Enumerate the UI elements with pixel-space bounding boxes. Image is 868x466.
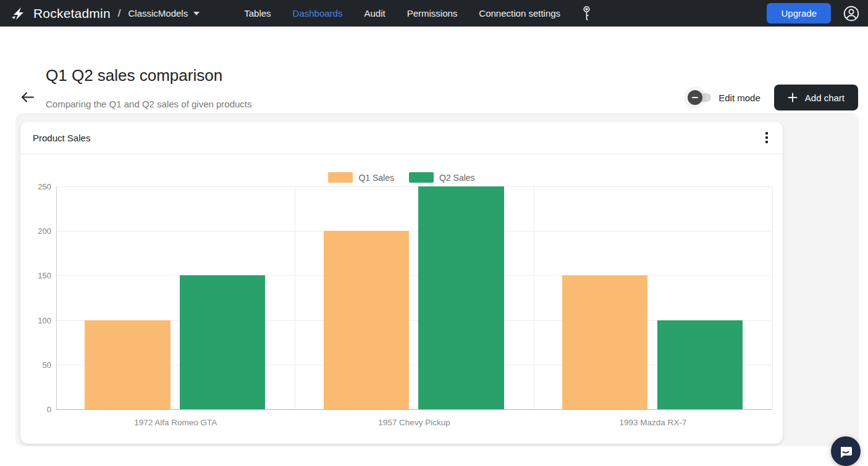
legend-label: Q1 Sales — [358, 173, 394, 183]
toggle-thumb — [688, 90, 702, 105]
x-category-label: 1957 Chevy Pickup — [295, 418, 533, 427]
nav-links: TablesDashboardsAuditPermissionsConnecti… — [244, 8, 560, 19]
chevron-down-icon — [193, 12, 200, 15]
chat-bubble-icon — [838, 444, 853, 459]
y-tick-label: 50 — [24, 360, 51, 370]
dashboard-canvas: Product Sales Q1 SalesQ2 Sales 050100150… — [15, 113, 859, 446]
bar-q2-sales — [418, 186, 504, 409]
chart-region: Q1 SalesQ2 Sales 0501001502002501972 Alf… — [20, 154, 783, 443]
nav-link-permissions[interactable]: Permissions — [407, 8, 458, 19]
breadcrumb-separator: / — [118, 7, 121, 20]
top-navbar: Rocketadmin / ClassicModels TablesDashbo… — [0, 0, 868, 27]
chat-launcher-button[interactable] — [831, 436, 861, 466]
chart-menu-button[interactable] — [762, 128, 772, 147]
header-controls: Edit mode Add chart — [688, 85, 858, 110]
x-category-label: 1993 Mazda RX-7 — [534, 418, 772, 427]
legend-label: Q2 Sales — [439, 173, 475, 183]
bar-group: 1957 Chevy Pickup — [295, 187, 533, 410]
chart-card-header: Product Sales — [20, 122, 783, 154]
bar-q1-sales — [85, 320, 170, 409]
page-subtitle: Comparing the Q1 and Q2 sales of given p… — [46, 99, 252, 109]
edit-mode-toggle[interactable] — [688, 89, 712, 106]
x-category-label: 1972 Alfa Romeo GTA — [56, 418, 295, 427]
nav-link-tables[interactable]: Tables — [244, 8, 271, 19]
back-button[interactable] — [20, 89, 35, 107]
key-icon — [581, 6, 592, 22]
bar-group: 1993 Mazda RX-7 — [534, 187, 772, 410]
legend-item[interactable]: Q2 Sales — [409, 172, 475, 183]
account-button[interactable] — [843, 6, 859, 22]
add-chart-button[interactable]: Add chart — [774, 85, 858, 110]
legend-swatch — [328, 172, 353, 183]
y-tick-label: 150 — [24, 271, 51, 280]
bar-q2-sales — [657, 320, 743, 409]
chart-card: Product Sales Q1 SalesQ2 Sales 050100150… — [20, 122, 783, 444]
page-header: Q1 Q2 sales comparison Comparing the Q1 … — [0, 27, 868, 110]
y-tick-label: 200 — [24, 227, 51, 236]
nav-link-dashboards[interactable]: Dashboards — [293, 8, 343, 19]
legend-swatch — [409, 172, 434, 183]
nav-link-connection-settings[interactable]: Connection settings — [479, 8, 560, 19]
rocketadmin-logo-icon — [9, 4, 27, 23]
database-selector[interactable]: ClassicModels — [129, 8, 200, 19]
y-tick-label: 250 — [24, 182, 51, 191]
minus-icon — [692, 97, 698, 98]
y-tick-label: 0 — [24, 405, 51, 414]
legend-item[interactable]: Q1 Sales — [328, 172, 394, 183]
y-tick-label: 100 — [24, 316, 51, 325]
page-title: Q1 Q2 sales comparison — [46, 66, 252, 85]
nav-link-audit[interactable]: Audit — [364, 8, 385, 19]
bar-q2-sales — [180, 275, 265, 409]
bar-q1-sales — [324, 231, 409, 409]
upgrade-button[interactable]: Upgrade — [767, 3, 831, 23]
add-chart-label: Add chart — [805, 93, 845, 103]
plus-icon — [788, 93, 798, 102]
chart-plot: 0501001502002501972 Alfa Romeo GTA1957 C… — [56, 187, 772, 410]
brand-name: Rocketadmin — [33, 6, 111, 21]
vertical-gridline — [772, 187, 773, 410]
database-name: ClassicModels — [129, 8, 188, 19]
chart-legend: Q1 SalesQ2 Sales — [20, 172, 783, 183]
kebab-menu-icon — [765, 132, 768, 135]
chart-card-title: Product Sales — [33, 133, 90, 143]
back-arrow-icon — [20, 89, 35, 105]
header-text: Q1 Q2 sales comparison Comparing the Q1 … — [46, 66, 252, 109]
api-key-button[interactable] — [581, 6, 592, 22]
brand[interactable]: Rocketadmin — [9, 4, 111, 23]
edit-mode-label: Edit mode — [718, 93, 761, 103]
account-icon — [843, 6, 859, 22]
bar-group: 1972 Alfa Romeo GTA — [56, 187, 295, 410]
bar-q1-sales — [562, 275, 647, 409]
navbar-right: Upgrade — [767, 3, 859, 23]
